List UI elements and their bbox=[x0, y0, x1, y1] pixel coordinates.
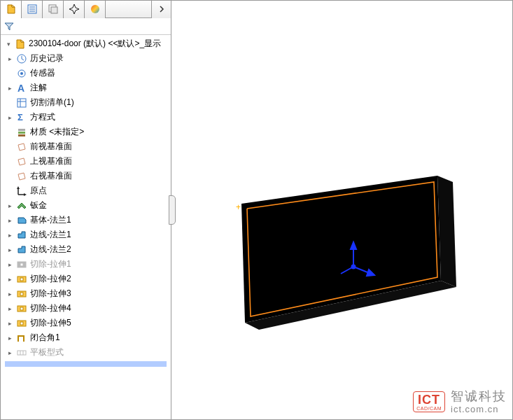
tree-item-label: 切除-拉伸3 bbox=[30, 288, 71, 300]
tree-end-bar[interactable] bbox=[5, 361, 167, 367]
tree-item[interactable]: 右视基准面 bbox=[1, 169, 171, 183]
expand-icon[interactable]: ▸ bbox=[6, 276, 13, 283]
tree-item-label: 钣金 bbox=[30, 200, 47, 211]
tree-item[interactable]: ▸钣金 bbox=[1, 198, 171, 213]
tree-item[interactable]: ▸切除-拉伸2 bbox=[1, 272, 171, 286]
tree-root-label: 2300104-door (默认) <<默认>_显示 bbox=[29, 38, 161, 50]
tree-item[interactable]: ▸平板型式 bbox=[1, 345, 171, 360]
tree-item[interactable]: ▸边线-法兰1 bbox=[1, 227, 171, 242]
expand-icon[interactable]: ▸ bbox=[6, 55, 13, 62]
expand-icon[interactable]: ▸ bbox=[6, 349, 13, 356]
plane-icon bbox=[16, 171, 27, 182]
svg-point-6 bbox=[91, 5, 99, 13]
tab-display-manager[interactable] bbox=[85, 1, 106, 18]
tree-item-label: 上视基准面 bbox=[30, 155, 72, 167]
tree-item[interactable]: 传感器 bbox=[1, 66, 171, 80]
tree-item[interactable]: 前视基准面 bbox=[1, 139, 171, 154]
annotation-icon: A bbox=[16, 83, 27, 94]
origin-icon bbox=[16, 186, 27, 197]
watermark: ICT CAD/CAM 智诚科技 ict.com.cn bbox=[413, 389, 507, 415]
filter-bar[interactable] bbox=[1, 18, 171, 35]
plane-icon bbox=[16, 156, 27, 167]
cutextrude-icon bbox=[16, 318, 27, 329]
sidebar-tab-bar bbox=[1, 1, 171, 18]
svg-rect-11 bbox=[17, 99, 26, 107]
svg-text:Σ: Σ bbox=[17, 112, 23, 122]
tree-item-label: 切除-拉伸5 bbox=[30, 317, 71, 329]
svg-rect-29 bbox=[20, 322, 23, 325]
tab-dimxpert-manager[interactable] bbox=[64, 1, 85, 18]
equation-icon: Σ bbox=[16, 112, 27, 123]
expand-collapse-icon[interactable]: ▾ bbox=[5, 41, 12, 48]
tree-item[interactable]: ▸A注解 bbox=[1, 80, 171, 95]
tree-item-label: 切除-拉伸2 bbox=[30, 273, 71, 285]
svg-text:A: A bbox=[17, 83, 24, 94]
tree-item-label: 切割清单(1) bbox=[30, 97, 74, 108]
expand-icon[interactable]: ▸ bbox=[6, 202, 13, 209]
svg-point-9 bbox=[20, 72, 23, 75]
tree-item[interactable]: 材质 <未指定> bbox=[1, 125, 171, 139]
baseflange-icon bbox=[16, 215, 27, 226]
expand-icon[interactable]: ▸ bbox=[6, 305, 13, 312]
expand-spacer bbox=[6, 99, 13, 106]
expand-icon[interactable]: ▸ bbox=[6, 261, 13, 268]
tree-item-label: 注解 bbox=[30, 82, 47, 94]
expand-icon[interactable]: ▸ bbox=[6, 290, 13, 298]
cutextrude-icon bbox=[16, 259, 27, 270]
tree-item[interactable]: ▸基体-法兰1 bbox=[1, 213, 171, 227]
tree-item-label: 原点 bbox=[30, 185, 47, 197]
svg-point-42 bbox=[352, 265, 356, 269]
expand-icon[interactable]: ▸ bbox=[6, 246, 13, 253]
tree-root-part[interactable]: ▾ 2300104-door (默认) <<默认>_显示 bbox=[1, 36, 171, 51]
sensor-icon bbox=[16, 68, 27, 79]
feature-tree: ▾ 2300104-door (默认) <<默认>_显示 ▸历史记录传感器▸A注… bbox=[1, 35, 171, 419]
expand-spacer bbox=[6, 144, 13, 150]
tree-item-label: 切除-拉伸1 bbox=[30, 258, 71, 270]
tab-property-manager[interactable] bbox=[22, 1, 43, 18]
svg-marker-19 bbox=[24, 193, 27, 196]
tree-item[interactable]: ▸切除-拉伸3 bbox=[1, 286, 171, 301]
tree-item[interactable]: 原点 bbox=[1, 183, 171, 198]
svg-rect-27 bbox=[20, 307, 23, 310]
tree-item-label: 材质 <未指定> bbox=[30, 126, 84, 138]
expand-spacer bbox=[6, 129, 13, 136]
expand-icon[interactable]: ▸ bbox=[6, 335, 13, 342]
svg-rect-17 bbox=[18, 129, 25, 131]
material-icon bbox=[16, 127, 27, 138]
tree-item-label: 闭合角1 bbox=[30, 332, 60, 344]
expand-spacer bbox=[6, 173, 13, 180]
tree-item[interactable]: ▸历史记录 bbox=[1, 51, 171, 66]
tree-item-label: 边线-法兰1 bbox=[30, 229, 71, 241]
tree-item-label: 切除-拉伸4 bbox=[30, 302, 71, 314]
svg-rect-5 bbox=[51, 7, 57, 13]
tab-feature-manager[interactable] bbox=[1, 1, 22, 18]
plane-icon bbox=[16, 141, 27, 153]
tree-item[interactable]: 切割清单(1) bbox=[1, 95, 171, 110]
flatpattern-icon bbox=[16, 347, 27, 358]
sidebar-resize-handle[interactable] bbox=[169, 195, 176, 225]
tree-item[interactable]: ▸闭合角1 bbox=[1, 330, 171, 345]
expand-spacer bbox=[6, 70, 13, 77]
part-icon bbox=[15, 38, 26, 50]
tab-configuration-manager[interactable] bbox=[43, 1, 64, 18]
tree-item[interactable]: ▸切除-拉伸4 bbox=[1, 301, 171, 316]
cutextrude-icon bbox=[16, 303, 27, 314]
expand-icon[interactable]: ▸ bbox=[6, 114, 13, 121]
expand-icon[interactable]: ▸ bbox=[6, 232, 13, 239]
watermark-company: 智诚科技 bbox=[451, 389, 507, 405]
svg-rect-16 bbox=[18, 134, 25, 136]
tree-item[interactable]: ▸切除-拉伸1 bbox=[1, 257, 171, 272]
svg-text:+: + bbox=[236, 202, 241, 212]
svg-rect-25 bbox=[20, 293, 23, 295]
corner-icon bbox=[16, 332, 27, 344]
tree-item[interactable]: ▸切除-拉伸5 bbox=[1, 316, 171, 330]
tab-more[interactable] bbox=[151, 1, 171, 18]
expand-icon[interactable]: ▸ bbox=[6, 320, 13, 327]
3d-viewport[interactable]: + ICT CAD/CAM 智诚科技 ict.com.cn bbox=[171, 1, 512, 419]
tree-item[interactable]: ▸Σ方程式 bbox=[1, 110, 171, 125]
expand-icon[interactable]: ▸ bbox=[6, 217, 13, 224]
expand-icon[interactable]: ▸ bbox=[6, 85, 13, 92]
svg-rect-15 bbox=[18, 132, 25, 134]
tree-item[interactable]: ▸边线-法兰2 bbox=[1, 242, 171, 257]
tree-item[interactable]: 上视基准面 bbox=[1, 154, 171, 169]
